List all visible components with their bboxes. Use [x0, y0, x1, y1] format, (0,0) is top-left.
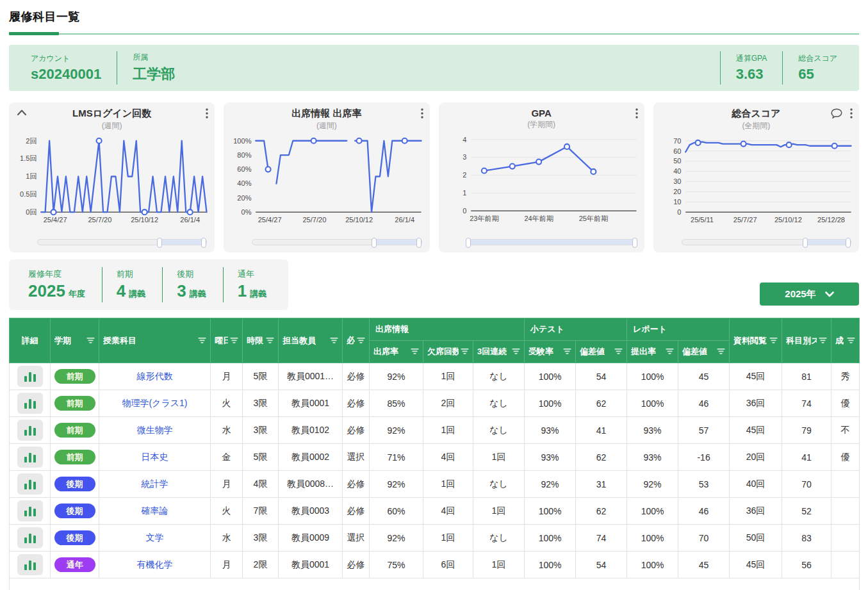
- scrollbar-handle-left[interactable]: [803, 238, 808, 248]
- svg-text:26/1/4: 26/1/4: [180, 217, 200, 224]
- svg-text:2: 2: [463, 171, 466, 179]
- column-header-quiz_dev: 偏差値: [576, 341, 627, 363]
- svg-text:25/10/12: 25/10/12: [345, 217, 373, 224]
- cell-absences: 6回: [423, 552, 473, 578]
- chart-scrollbar-selection[interactable]: [805, 240, 848, 245]
- filter-icon[interactable]: [411, 348, 419, 355]
- stat-value-row: 1講義: [238, 281, 266, 301]
- comment-icon[interactable]: [831, 108, 842, 119]
- subject-link[interactable]: 微生物学: [137, 425, 173, 435]
- kebab-menu-icon[interactable]: [850, 108, 853, 119]
- filter-icon[interactable]: [717, 348, 725, 355]
- filter-icon[interactable]: [563, 348, 571, 355]
- filter-icon[interactable]: [266, 338, 274, 344]
- filter-icon[interactable]: [357, 338, 365, 344]
- semester-badge: 前期: [54, 423, 95, 438]
- total-score-label: 総合スコア: [798, 53, 837, 64]
- filter-icon[interactable]: [819, 338, 827, 344]
- chart-plot: 4321023年前期24年前期25年前期: [443, 131, 641, 234]
- subject-link[interactable]: 物理学(クラス1): [122, 398, 187, 408]
- cell-att_rate: 85%: [370, 390, 423, 417]
- table-row: 後期確率論火7限教員0003必修60%4回1回100%62100%4636回52: [10, 498, 860, 525]
- chart-card-icons: [421, 108, 423, 119]
- filter-icon[interactable]: [461, 348, 469, 355]
- kebab-menu-icon[interactable]: [206, 108, 208, 119]
- scrollbar-handle-left[interactable]: [466, 238, 471, 248]
- chart-scrollbar-selection[interactable]: [160, 240, 204, 245]
- cell-day: 火: [211, 498, 243, 525]
- filter-icon[interactable]: [330, 338, 338, 344]
- kebab-menu-icon[interactable]: [421, 108, 423, 119]
- table-row: 後期文学水3限教員0009選択92%1回なし100%74100%7050回83: [10, 525, 860, 552]
- scrollbar-handle-right[interactable]: [416, 238, 422, 248]
- kebab-menu-icon[interactable]: [635, 108, 638, 119]
- subject-link[interactable]: 統計学: [142, 479, 168, 489]
- chart-scrollbar-track[interactable]: [467, 239, 637, 245]
- table-row: 前期物理学(クラス1)火3限教員0001必修85%2回なし100%62100%4…: [10, 390, 860, 417]
- cell-grade: [831, 552, 860, 578]
- stat-unit: 講義: [129, 289, 145, 299]
- column-header-required: 必: [343, 318, 370, 363]
- chart-scrollbar-track[interactable]: [252, 239, 422, 245]
- filter-icon[interactable]: [512, 348, 520, 355]
- chart-scrollbar[interactable]: [37, 238, 207, 247]
- chart-scrollbar[interactable]: [252, 238, 422, 247]
- detail-chart-button[interactable]: [17, 420, 43, 441]
- scrollbar-handle-left[interactable]: [157, 238, 162, 248]
- subject-link[interactable]: 日本史: [142, 452, 168, 462]
- svg-text:0: 0: [677, 208, 681, 216]
- scrollbar-handle-left[interactable]: [372, 238, 377, 248]
- scrollbar-handle-right[interactable]: [201, 238, 206, 248]
- header-label: 必: [347, 335, 355, 347]
- stat-item-2: 前期4講義: [102, 267, 162, 302]
- chart-plot: 70605040302010025/5/1125/7/2725/10/1225/…: [657, 132, 855, 236]
- detail-chart-button[interactable]: [17, 393, 43, 414]
- subject-link[interactable]: 文学: [146, 532, 164, 543]
- account-section: アカウント s20240001: [15, 53, 117, 83]
- cell-quiz_rate: 100%: [525, 525, 576, 552]
- cell-detail: [10, 417, 51, 444]
- chart-scrollbar-track[interactable]: [682, 239, 851, 245]
- subject-link[interactable]: 有機化学: [137, 559, 173, 570]
- cell-quiz_rate: 92%: [525, 471, 576, 498]
- table-row: 前期微生物学水3限教員0102必修92%1回なし93%4193%5745回79不: [10, 417, 860, 444]
- detail-chart-button[interactable]: [17, 447, 43, 468]
- filter-icon[interactable]: [614, 348, 623, 355]
- header-content: 授業科目: [103, 335, 206, 347]
- year-dropdown-button[interactable]: 2025年: [760, 283, 859, 306]
- scrollbar-handle-right[interactable]: [846, 238, 851, 248]
- collapse-chevron-up-icon[interactable]: [17, 109, 27, 116]
- filter-icon[interactable]: [666, 348, 674, 355]
- subject-link[interactable]: 確率論: [142, 505, 168, 516]
- header-label: 受験率: [528, 346, 553, 357]
- bar-chart-icon: [23, 425, 37, 436]
- chart-scrollbar-track[interactable]: [37, 239, 207, 245]
- filter-icon[interactable]: [86, 338, 95, 344]
- column-header-teacher: 担当教員: [279, 318, 343, 363]
- chart-scrollbar[interactable]: [682, 238, 851, 247]
- cell-required: 必修: [343, 390, 370, 417]
- scrollbar-handle-right[interactable]: [632, 238, 637, 248]
- cell-required: 必修: [343, 498, 370, 525]
- detail-chart-button[interactable]: [17, 500, 43, 521]
- detail-chart-button[interactable]: [17, 473, 43, 495]
- detail-chart-button[interactable]: [17, 366, 43, 387]
- cell-att_rate: 60%: [370, 498, 423, 525]
- stat-item-1: 履修年度2025年度: [14, 267, 102, 302]
- chart-scrollbar[interactable]: [467, 238, 637, 247]
- filter-icon[interactable]: [769, 338, 778, 344]
- svg-text:2回: 2回: [26, 137, 37, 145]
- chart-scrollbar-selection[interactable]: [468, 240, 635, 245]
- cell-semester: 前期: [51, 444, 99, 471]
- column-group-header: レポート: [627, 318, 730, 341]
- filter-icon[interactable]: [198, 338, 206, 344]
- filter-icon[interactable]: [230, 338, 238, 344]
- detail-chart-button[interactable]: [17, 527, 43, 548]
- chart-scrollbar-selection[interactable]: [374, 240, 419, 245]
- cell-rep_rate: 100%: [627, 525, 678, 552]
- detail-chart-button[interactable]: [17, 554, 43, 575]
- cell-subj_score: 79: [782, 417, 831, 444]
- account-value: s20240001: [31, 66, 101, 83]
- subject-link[interactable]: 線形代数: [137, 371, 173, 381]
- filter-icon[interactable]: [847, 338, 855, 344]
